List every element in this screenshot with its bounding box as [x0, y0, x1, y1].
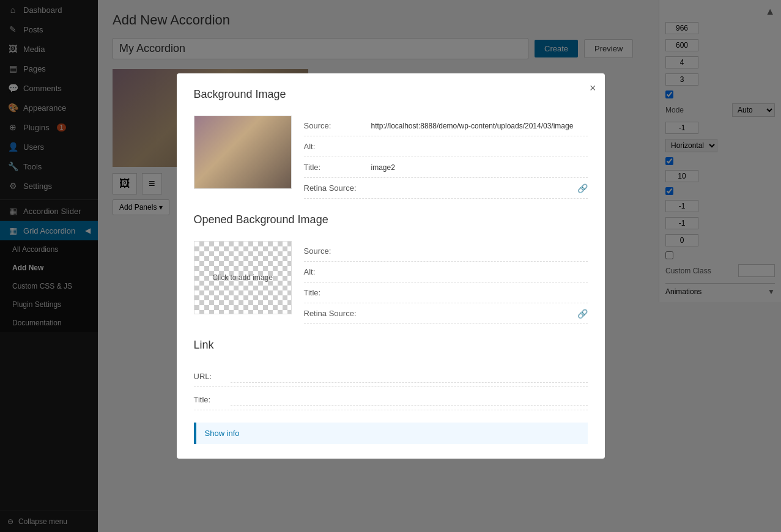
opened-retina-field: Retina Source: 🔗 [304, 303, 588, 324]
link-title-field: Title: [194, 390, 588, 410]
bg-alt-field: Alt: [304, 136, 588, 157]
bg-image-row: Source: http://localhost:8888/demo/wp-co… [194, 116, 588, 199]
bg-image-thumb[interactable] [194, 116, 292, 189]
opened-alt-label: Alt: [304, 267, 371, 276]
opened-title-label: Title: [304, 288, 371, 297]
bg-title-field: Title: image2 [304, 157, 588, 178]
opened-bg-image-fields: Source: Alt: Title: Retina Source: [304, 241, 588, 324]
opened-bg-image-section: Opened Background Image Click to add ima… [194, 213, 588, 324]
link-url-field: URL: [194, 366, 588, 387]
opened-source-label: Source: [304, 246, 371, 256]
bg-alt-label: Alt: [304, 142, 371, 151]
modal-overlay[interactable]: × Background Image Source: http://localh… [0, 0, 781, 532]
opened-bg-title: Opened Background Image [194, 213, 588, 231]
opened-alt-field: Alt: [304, 262, 588, 283]
bg-source-value: http://localhost:8888/demo/wp-content/up… [371, 122, 588, 130]
opened-title-field: Title: [304, 283, 588, 303]
retina-link-icon: 🔗 [577, 183, 588, 193]
background-image-section: Background Image Source: http://localhos… [194, 88, 588, 199]
bg-image-fields: Source: http://localhost:8888/demo/wp-co… [304, 116, 588, 199]
opened-retina-label: Retina Source: [304, 309, 371, 318]
modal-close-button[interactable]: × [590, 82, 596, 95]
bg-source-label: Source: [304, 121, 371, 130]
opened-bg-image-thumb[interactable]: Click to add image [194, 241, 292, 314]
bg-retina-label: Retina Source: [304, 183, 371, 193]
link-section: Link URL: Title: [194, 339, 588, 410]
link-title-value [231, 394, 588, 406]
bg-retina-field: Retina Source: 🔗 [304, 178, 588, 199]
show-info-link[interactable]: Show info [205, 429, 240, 438]
opened-bg-image-row: Click to add image Source: Alt: Title: [194, 241, 588, 324]
link-url-label: URL: [194, 372, 231, 381]
bg-image-preview [194, 116, 291, 188]
show-info-box: Show info [194, 423, 588, 444]
opened-source-field: Source: [304, 241, 588, 262]
opened-retina-link-icon: 🔗 [577, 309, 588, 319]
bg-title-label: Title: [304, 163, 371, 172]
bg-source-field: Source: http://localhost:8888/demo/wp-co… [304, 116, 588, 136]
link-title-label: Title: [194, 395, 231, 404]
link-title: Link [194, 339, 588, 357]
link-url-value [231, 371, 588, 383]
click-to-add-label: Click to add image [212, 273, 273, 282]
bg-title-value: image2 [371, 163, 588, 172]
modal-dialog: × Background Image Source: http://localh… [177, 73, 605, 459]
bg-image-title: Background Image [194, 88, 588, 106]
